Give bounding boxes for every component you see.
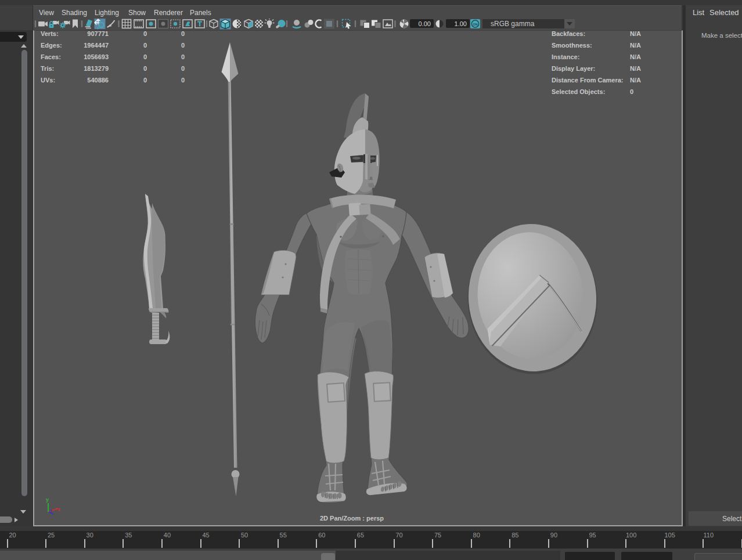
svg-text:0.00: 0.00 <box>419 20 431 27</box>
svg-text:y: y <box>46 497 49 503</box>
svg-text:sRGB gamma: sRGB gamma <box>491 20 535 28</box>
svg-text:1.00: 1.00 <box>455 20 467 27</box>
svg-text:z: z <box>49 508 52 514</box>
svg-text:ON: ON <box>473 23 477 26</box>
svg-text:x: x <box>57 507 60 512</box>
